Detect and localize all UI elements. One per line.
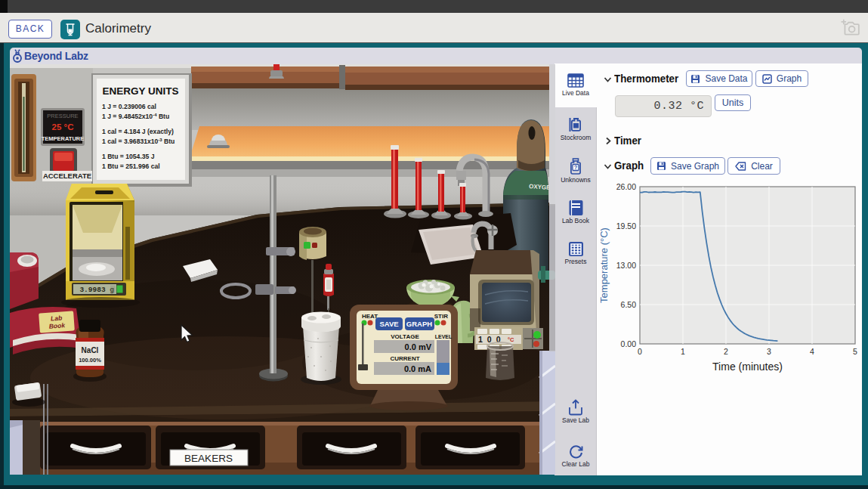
- svg-text:5: 5: [853, 347, 857, 356]
- svg-text:CURRENT: CURRENT: [390, 355, 419, 362]
- svg-text:25 °C: 25 °C: [52, 122, 74, 132]
- svg-text:°C: °C: [508, 336, 514, 343]
- svg-text:0.0 mA: 0.0 mA: [404, 364, 431, 373]
- svg-text:2: 2: [724, 347, 728, 356]
- svg-text:1 Btu = 251.996 cal: 1 Btu = 251.996 cal: [102, 162, 160, 170]
- svg-text:Time (minutes): Time (minutes): [712, 361, 783, 373]
- svg-text:1 J = 0.239006 cal: 1 J = 0.239006 cal: [102, 103, 156, 110]
- svg-text:GRAPH: GRAPH: [406, 320, 432, 328]
- svg-text:HEAT: HEAT: [362, 313, 378, 320]
- svg-text:13.00: 13.00: [616, 261, 636, 270]
- svg-text:1 cal = 3.96831x10-3 Btu: 1 cal = 3.96831x10-3 Btu: [102, 138, 175, 145]
- svg-text:4: 4: [810, 347, 814, 356]
- svg-text:Book: Book: [48, 321, 66, 330]
- svg-text:PRESSURE: PRESSURE: [47, 113, 78, 119]
- svg-text:SAVE: SAVE: [379, 320, 398, 328]
- svg-text:ENERGY UNITS: ENERGY UNITS: [102, 85, 178, 97]
- svg-text:TEMPERATURE: TEMPERATURE: [42, 135, 85, 142]
- svg-text:19.50: 19.50: [616, 221, 636, 231]
- svg-text:STIR: STIR: [434, 313, 448, 320]
- svg-text:VOLTAGE: VOLTAGE: [391, 333, 419, 340]
- svg-text:NaCl: NaCl: [82, 346, 99, 354]
- svg-text:0.00: 0.00: [621, 339, 637, 348]
- svg-text:6.50: 6.50: [621, 300, 637, 309]
- svg-text:1 Btu = 1054.35 J: 1 Btu = 1054.35 J: [102, 153, 155, 160]
- svg-text:1 cal = 4.184 J (exactly): 1 cal = 4.184 J (exactly): [102, 128, 174, 135]
- svg-text:26.00: 26.00: [616, 182, 636, 191]
- svg-text:?: ?: [574, 164, 578, 171]
- svg-text:Temperature (°C): Temperature (°C): [598, 227, 610, 303]
- svg-text:ACCELERATE: ACCELERATE: [43, 172, 91, 180]
- svg-text:1: 1: [681, 347, 685, 356]
- svg-text:BEAKERS: BEAKERS: [184, 453, 233, 464]
- svg-text:100.00%: 100.00%: [79, 357, 101, 364]
- svg-text:0.0 mV: 0.0 mV: [405, 342, 432, 351]
- svg-text:3: 3: [767, 347, 771, 356]
- svg-text:3.9983 g: 3.9983 g: [79, 286, 114, 294]
- svg-text:LEVEL: LEVEL: [435, 334, 453, 339]
- svg-text:0: 0: [638, 347, 642, 356]
- svg-text:1 J = 9.48452x10-4 Btu: 1 J = 9.48452x10-4 Btu: [102, 113, 169, 120]
